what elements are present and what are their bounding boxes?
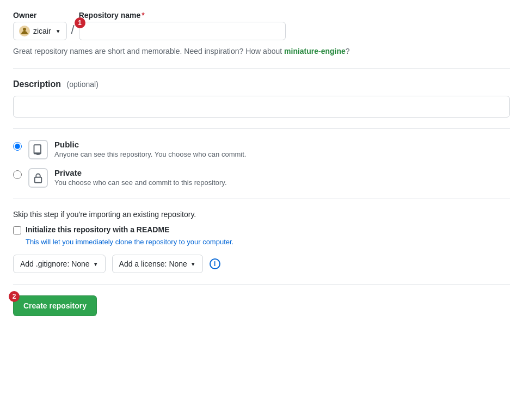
private-label: Private [54, 168, 227, 177]
gitignore-label: Add .gitignore: None [20, 260, 90, 268]
public-radio[interactable] [13, 142, 22, 151]
owner-caret-icon: ▼ [56, 28, 61, 34]
repo-name-input-wrapper: 1 [79, 22, 286, 40]
private-text: Private You choose who can see and commi… [54, 168, 227, 187]
svg-rect-1 [34, 145, 41, 153]
public-icon [28, 140, 48, 159]
owner-avatar [19, 26, 30, 36]
owner-dropdown-button[interactable]: zicair ▼ [13, 22, 67, 40]
repo-name-label: Repository name* [79, 11, 286, 20]
divider-4 [13, 284, 510, 285]
create-repository-button[interactable]: Create repository [13, 295, 97, 316]
readme-row: Initialize this repository with a README [13, 225, 510, 234]
badge-2: 2 [9, 291, 20, 302]
divider-1 [13, 68, 510, 69]
required-star: * [141, 11, 144, 20]
public-label: Public [54, 140, 246, 149]
info-icon[interactable]: i [210, 258, 220, 269]
readme-label: Initialize this repository with a README [26, 225, 169, 234]
repo-name-field-group: Repository name* 1 [79, 11, 286, 40]
divider-3 [13, 199, 510, 199]
public-option: Public Anyone can see this repository. Y… [13, 140, 510, 159]
name-row: Owner zicair ▼ / Repository name* 1 [13, 11, 510, 40]
private-option: Private You choose who can see and commi… [13, 168, 510, 188]
description-label: Description (optional) [13, 79, 510, 89]
description-input[interactable] [13, 96, 510, 118]
repo-name-hint: Great repository names are short and mem… [13, 46, 510, 57]
divider-2 [13, 128, 510, 129]
readme-checkbox[interactable] [13, 226, 21, 234]
badge-1: 1 [75, 17, 85, 28]
svg-rect-4 [35, 177, 42, 183]
repo-name-input[interactable] [79, 22, 286, 40]
license-dropdown[interactable]: Add a license: None ▼ [112, 255, 203, 273]
description-field-group: Description (optional) [13, 79, 510, 118]
owner-name: zicair [33, 27, 51, 35]
owner-field-group: Owner zicair ▼ [13, 11, 67, 40]
license-label: Add a license: None [119, 260, 187, 268]
create-repo-form: Owner zicair ▼ / Repository name* 1 [13, 11, 510, 316]
gitignore-caret-icon: ▼ [93, 261, 99, 267]
skip-text: Skip this step if you're importing an ex… [13, 210, 510, 219]
svg-point-0 [23, 28, 26, 31]
gitignore-dropdown[interactable]: Add .gitignore: None ▼ [13, 255, 106, 273]
slash-divider: / [71, 21, 75, 39]
private-desc: You choose who can see and commit to thi… [54, 178, 227, 187]
public-desc: Anyone can see this repository. You choo… [54, 150, 246, 158]
optional-label: (optional) [66, 80, 98, 89]
license-caret-icon: ▼ [190, 261, 196, 267]
owner-label: Owner [13, 11, 67, 20]
create-btn-wrapper: 2 Create repository [13, 295, 97, 316]
dropdowns-row: Add .gitignore: None ▼ Add a license: No… [13, 255, 510, 273]
public-text: Public Anyone can see this repository. Y… [54, 140, 246, 158]
private-icon [28, 168, 48, 188]
readme-desc: This will let you immediately clone the … [26, 238, 510, 246]
private-radio[interactable] [13, 170, 22, 179]
repo-suggestion: miniature-engine [284, 47, 346, 55]
